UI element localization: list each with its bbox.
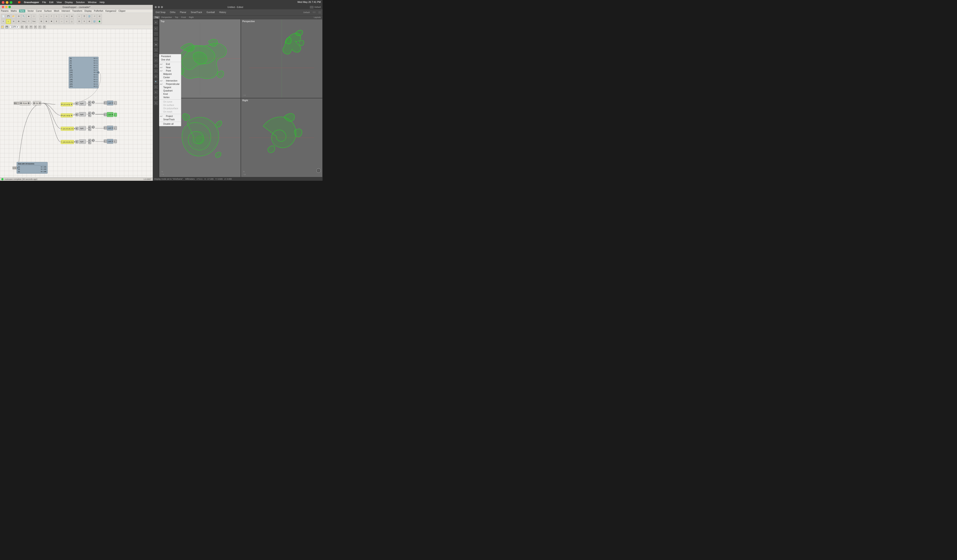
- tb-icon-17[interactable]: ⤵: [54, 14, 59, 19]
- p-node-3[interactable]: P: [88, 128, 91, 131]
- ctx-persistent[interactable]: Persistent: [159, 55, 181, 58]
- save-icon[interactable]: 💾: [5, 25, 8, 28]
- minimize-button[interactable]: [6, 1, 8, 4]
- c-node-3[interactable]: C: [104, 126, 107, 129]
- m-node-2[interactable]: M: [75, 113, 78, 116]
- ctx-one-shot[interactable]: One shot: [159, 58, 181, 62]
- bake-icon[interactable]: ⬇: [43, 25, 46, 28]
- tool-solid[interactable]: ◆: [153, 42, 158, 47]
- ctx-disable-all[interactable]: Disable all: [159, 122, 181, 126]
- split-node-4[interactable]: Split: [79, 139, 86, 144]
- tool-pan[interactable]: ☩: [153, 85, 158, 90]
- edit-menu-item[interactable]: Edit: [49, 1, 54, 3]
- compass-button[interactable]: [316, 168, 321, 173]
- tb-icon-27[interactable]: △: [69, 19, 74, 24]
- tb-icon-11[interactable]: ⊠: [16, 19, 21, 24]
- ctx-point[interactable]: ✓ Point: [159, 69, 181, 73]
- tb-icon-8[interactable]: ≡: [1, 19, 6, 24]
- tab-top[interactable]: Top: [154, 16, 160, 19]
- tb-icon-31[interactable]: ↗: [92, 14, 97, 19]
- l-node-2[interactable]: L: [114, 113, 117, 117]
- tb-icon-28[interactable]: ⌖: [77, 14, 82, 19]
- tb-icon-26[interactable]: ∪: [64, 19, 69, 24]
- m-node-1[interactable]: M: [75, 102, 78, 105]
- tool-select[interactable]: ↖: [153, 26, 158, 31]
- tb-icon-6[interactable]: ■: [26, 14, 31, 19]
- tool-mesh[interactable]: △: [153, 47, 158, 52]
- close-button[interactable]: [2, 1, 5, 4]
- tb-icon-35[interactable]: ⊞: [87, 19, 92, 24]
- settings-icon[interactable]: ⚙: [34, 25, 37, 28]
- tb-icon-32[interactable]: ⊡: [97, 14, 102, 19]
- tb-icon-30[interactable]: 🔤: [87, 14, 92, 19]
- tb-icon-23[interactable]: ✖: [49, 19, 54, 24]
- tab-perspective[interactable]: Perspective: [160, 16, 173, 19]
- rhino-ctrl-2[interactable]: [158, 6, 160, 8]
- bottom-v-node[interactable]: V: [13, 166, 17, 169]
- maximize-button[interactable]: [10, 1, 13, 4]
- tool-analysis[interactable]: ⊙: [153, 63, 158, 68]
- menu-pufferfish[interactable]: Pufferfish: [94, 10, 103, 12]
- menu-maths[interactable]: Maths: [11, 10, 17, 12]
- open-icon[interactable]: 📁: [1, 25, 4, 28]
- tab-top2[interactable]: Top: [174, 16, 180, 19]
- tb-icon-13[interactable]: T: [26, 19, 31, 24]
- cmd-btn-1[interactable]: ⊕: [153, 20, 158, 25]
- tb-icon-2[interactable]: 💾: [6, 14, 11, 19]
- rhino-ctrl-1[interactable]: [155, 6, 157, 8]
- tb-icon-18[interactable]: ↕: [59, 14, 64, 19]
- l-node-3[interactable]: L: [114, 126, 117, 130]
- plus-node-3[interactable]: +: [92, 126, 95, 129]
- tb-icon-4[interactable]: ⚙: [16, 14, 21, 19]
- tb-icon-14[interactable]: ▷: [39, 14, 44, 19]
- history-btn[interactable]: History: [218, 11, 227, 14]
- tool-viewport[interactable]: ⊡: [153, 74, 158, 79]
- tb-icon-22[interactable]: ⊠: [44, 19, 49, 24]
- ctx-knot[interactable]: Knot: [159, 92, 181, 96]
- split-node-3[interactable]: Split: [79, 126, 86, 131]
- rhino-layout-btn[interactable]: [310, 6, 313, 8]
- menu-transform[interactable]: Transform: [72, 10, 82, 12]
- recenter-icon[interactable]: ⊕: [25, 25, 28, 28]
- tool-surface[interactable]: □: [153, 37, 158, 42]
- tool-trans[interactable]: ⤢: [153, 58, 158, 63]
- tb-icon-29[interactable]: ☰: [82, 14, 87, 19]
- p-node-2[interactable]: P: [88, 114, 91, 117]
- ctx-project[interactable]: ✓ Project: [159, 115, 181, 118]
- view-menu-item[interactable]: View: [57, 1, 62, 3]
- zoom-dropdown-icon[interactable]: ▾: [17, 26, 18, 28]
- c-node-1[interactable]: C: [104, 101, 107, 104]
- tool-undo[interactable]: ↩: [153, 95, 158, 100]
- tb-icon-21[interactable]: ⊞: [39, 19, 44, 24]
- solution-menu-item[interactable]: Solution: [76, 1, 85, 3]
- gh-close[interactable]: [2, 6, 4, 8]
- ctx-end[interactable]: ✓ End: [159, 63, 181, 66]
- tool-rotate3d[interactable]: ↻: [153, 90, 158, 95]
- tb-icon-24[interactable]: ⊻: [54, 19, 59, 24]
- sketch-icon[interactable]: ✏: [38, 25, 41, 28]
- expand-icon[interactable]: [318, 11, 321, 14]
- rhino-ctrl-3[interactable]: [161, 6, 163, 8]
- app-menu-item[interactable]: Grasshopper: [24, 1, 39, 3]
- m-node-3[interactable]: M: [75, 127, 78, 130]
- file-menu-item[interactable]: File: [42, 1, 46, 3]
- split-node-1[interactable]: Split: [79, 101, 86, 106]
- crv-node[interactable]: Crv: [33, 101, 41, 106]
- c-node-4[interactable]: C: [104, 139, 107, 143]
- tool-zoom[interactable]: 🔍: [153, 79, 158, 84]
- smarttrack-btn[interactable]: SmartTrack: [190, 11, 204, 14]
- tb-icon-12[interactable]: Seq: [21, 19, 26, 24]
- apple-menu[interactable]: 🍎: [18, 1, 21, 3]
- plus-node-1[interactable]: +: [92, 101, 95, 104]
- loft-node-2[interactable]: Loft: [107, 112, 114, 117]
- window-menu-item[interactable]: Window: [88, 1, 96, 3]
- yellow-node-3[interactable]: {14,15,16,17}: [61, 127, 74, 131]
- yellow-node-1[interactable]: {2,3,4,5}: [61, 103, 73, 106]
- tool-dim[interactable]: ↔: [153, 53, 158, 58]
- l-node-1[interactable]: L: [114, 101, 117, 105]
- layout-icon[interactable]: [312, 11, 316, 14]
- tb-icon-5[interactable]: 🔧: [21, 14, 26, 19]
- gumball-btn[interactable]: Gumball: [205, 11, 216, 14]
- tb-icon-34[interactable]: ∓: [82, 19, 87, 24]
- planar-btn[interactable]: Planar: [178, 11, 188, 14]
